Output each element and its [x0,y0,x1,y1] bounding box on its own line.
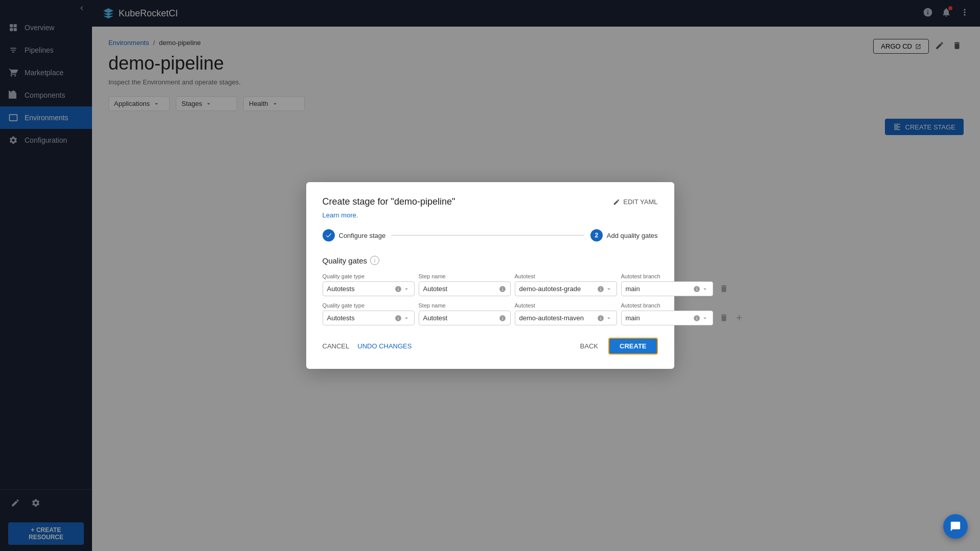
gate2-delete-button[interactable] [717,311,731,324]
gate1-autotest-value: demo-autotest-grade [519,285,595,293]
gate2-stepname-label: Step name [419,302,511,308]
modal-overlay: Create stage for "demo-pipeline" EDIT YA… [0,0,980,551]
chevron-down-icon [403,285,410,293]
gate2-type-select[interactable]: Autotests [323,311,415,325]
chevron-down-icon-3 [701,285,709,293]
modal-footer-left: CANCEL UNDO CHANGES [323,340,412,352]
info-circle-icon-5 [395,315,402,322]
gate1-branch-field: Autotest branch main [621,273,713,296]
gate-row-2: Quality gate type Autotests Step name Au… [323,302,658,325]
info-circle-icon-4 [693,285,700,293]
gate1-type-select[interactable]: Autotests [323,281,415,296]
modal-footer: CANCEL UNDO CHANGES BACK CREATE [323,338,658,355]
gate1-type-label: Quality gate type [323,273,415,279]
step-configure: Configure stage [323,229,386,241]
delete-icon-2 [719,313,728,322]
gate1-branch-label: Autotest branch [621,273,713,279]
step-quality-label: Add quality gates [607,232,658,239]
modal-title: Create stage for "demo-pipeline" [323,196,455,207]
edit-yaml-icon [613,199,620,206]
gate1-delete-button[interactable] [717,282,731,295]
gate2-autotest-select[interactable]: demo-autotest-maven [515,311,617,325]
gate2-add-button[interactable] [733,311,746,324]
create-stage-modal: Create stage for "demo-pipeline" EDIT YA… [306,182,674,369]
undo-changes-button[interactable]: UNDO CHANGES [357,340,412,352]
quality-gates-info-icon[interactable]: i [370,256,379,265]
gate2-branch-icons [693,315,709,322]
gate2-stepname-field: Step name Autotest [419,302,511,325]
quality-gates-label: Quality gates [323,256,368,265]
gate2-autotest-icons [597,315,612,322]
edit-yaml-label: EDIT YAML [623,198,657,206]
gate2-autotest-value: demo-autotest-maven [519,314,595,322]
info-circle-icon-7 [597,315,604,322]
gate2-autotest-field: Autotest demo-autotest-maven [515,302,617,325]
gate1-autotest-field: Autotest demo-autotest-grade [515,273,617,296]
chat-icon [950,521,961,532]
info-circle-icon-3 [597,285,604,293]
gate2-autotest-label: Autotest [515,302,617,308]
gate2-stepname-icons [499,315,506,322]
gate1-autotest-select[interactable]: demo-autotest-grade [515,281,617,296]
gate1-stepname-value: Autotest [423,285,497,293]
info-circle-icon [395,285,402,293]
cancel-button[interactable]: CANCEL [323,340,350,352]
gate1-type-value: Autotests [327,285,393,293]
quality-gates-section-title: Quality gates i [323,256,658,265]
learn-more-link[interactable]: Learn more. [323,211,658,219]
gate1-stepname-field: Step name Autotest [419,273,511,296]
gate2-type-label: Quality gate type [323,302,415,308]
gate-row-1: Quality gate type Autotests Step name Au… [323,273,658,296]
gate1-actions [717,282,738,296]
step-configure-label: Configure stage [339,232,386,239]
chevron-down-icon-5 [605,315,612,322]
gate2-stepname-select[interactable]: Autotest [419,311,511,325]
info-circle-icon-2 [499,285,506,293]
gate1-branch-icons [693,285,709,293]
modal-header: Create stage for "demo-pipeline" EDIT YA… [323,196,658,207]
modal-stepper: Configure stage 2 Add quality gates [323,229,658,241]
gate1-type-select-icons [395,285,410,293]
chat-fab-button[interactable] [943,514,968,539]
gate2-actions [717,311,738,325]
step-quality-circle: 2 [590,229,603,241]
chevron-down-icon-2 [605,285,612,293]
gate2-type-icons [395,315,410,322]
gate2-type-value: Autotests [327,314,393,322]
gate2-branch-field: Autotest branch main [621,302,713,325]
gate2-stepname-value: Autotest [423,314,497,322]
gate1-type-field: Quality gate type Autotests [323,273,415,296]
gate1-stepname-label: Step name [419,273,511,279]
step-quality-number: 2 [595,232,598,239]
info-circle-icon-8 [693,315,700,322]
gate2-type-field: Quality gate type Autotests [323,302,415,325]
add-icon [735,313,744,322]
gate1-autotest-label: Autotest [515,273,617,279]
gate1-autotest-icons [597,285,612,293]
delete-icon-1 [719,284,728,293]
modal-footer-right: BACK CREATE [574,338,658,355]
checkmark-icon [325,232,332,239]
edit-yaml-button[interactable]: EDIT YAML [613,198,657,206]
info-circle-icon-6 [499,315,506,322]
back-button[interactable]: BACK [574,339,604,353]
chevron-down-icon-4 [403,315,410,322]
step-configure-circle [323,229,335,241]
step-quality: 2 Add quality gates [590,229,658,241]
chevron-down-icon-6 [701,315,709,322]
gate1-stepname-select[interactable]: Autotest [419,281,511,296]
gate2-branch-value: main [626,314,691,322]
gate1-branch-select[interactable]: main [621,281,713,296]
gate1-stepname-icons [499,285,506,293]
gate2-branch-select[interactable]: main [621,311,713,325]
gate1-branch-value: main [626,285,691,293]
gate2-branch-label: Autotest branch [621,302,713,308]
step-connector [392,235,584,236]
create-button[interactable]: CREATE [608,338,657,355]
